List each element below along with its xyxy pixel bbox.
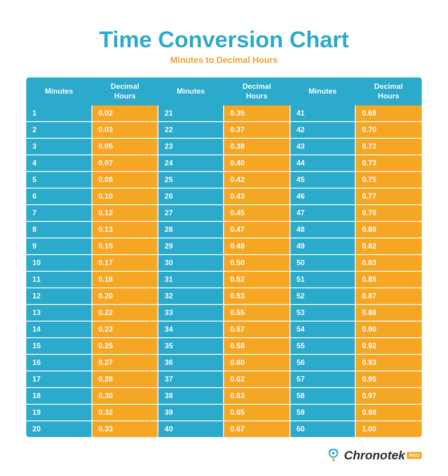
col-header-minutes-3: Minutes xyxy=(290,77,356,105)
decimal-cell: 0.55 xyxy=(224,304,290,321)
table-row: 90.15290.48490.82 xyxy=(26,238,422,255)
table-row: 140.23340.57540.90 xyxy=(26,321,422,338)
minutes-cell: 6 xyxy=(26,188,92,205)
decimal-cell: 0.40 xyxy=(224,155,290,172)
decimal-cell: 0.48 xyxy=(224,238,290,255)
minutes-cell: 60 xyxy=(290,421,356,437)
decimal-cell: 0.42 xyxy=(224,172,290,188)
minutes-cell: 38 xyxy=(158,388,224,404)
minutes-cell: 54 xyxy=(290,321,356,338)
minutes-cell: 48 xyxy=(290,221,356,238)
decimal-cell: 0.88 xyxy=(355,304,422,321)
decimal-cell: 0.97 xyxy=(355,388,422,404)
decimal-cell: 0.07 xyxy=(92,155,158,172)
page-title: Time Conversion Chart xyxy=(99,26,349,52)
logo-area: Chronotek PRO xyxy=(26,448,422,463)
minutes-cell: 27 xyxy=(158,205,224,221)
table-row: 30.05230.38430.72 xyxy=(26,138,422,155)
decimal-cell: 0.18 xyxy=(92,271,158,288)
decimal-cell: 0.12 xyxy=(92,205,158,221)
decimal-cell: 0.53 xyxy=(224,288,290,304)
table-row: 60.10260.43460.77 xyxy=(26,188,422,205)
table-row: 70.12270.45470.78 xyxy=(26,205,422,221)
minutes-cell: 47 xyxy=(290,205,356,221)
table-row: 120.20320.53520.87 xyxy=(26,288,422,304)
decimal-cell: 0.15 xyxy=(92,238,158,255)
decimal-cell: 0.47 xyxy=(224,221,290,238)
decimal-cell: 0.35 xyxy=(224,105,290,122)
table-row: 150.25350.58550.92 xyxy=(26,338,422,354)
decimal-cell: 0.27 xyxy=(92,354,158,371)
minutes-cell: 8 xyxy=(26,221,92,238)
minutes-cell: 45 xyxy=(290,172,356,188)
decimal-cell: 0.02 xyxy=(92,105,158,122)
minutes-cell: 41 xyxy=(290,105,356,122)
table-row: 170.28370.62570.95 xyxy=(26,371,422,388)
minutes-cell: 30 xyxy=(158,255,224,271)
minutes-cell: 9 xyxy=(26,238,92,255)
table-row: 40.07240.40440.73 xyxy=(26,155,422,172)
decimal-cell: 0.03 xyxy=(92,122,158,138)
minutes-cell: 3 xyxy=(26,138,92,155)
table-row: 20.03220.37420.70 xyxy=(26,122,422,138)
minutes-cell: 32 xyxy=(158,288,224,304)
table-row: 130.22330.55530.88 xyxy=(26,304,422,321)
decimal-cell: 0.98 xyxy=(355,404,422,421)
minutes-cell: 49 xyxy=(290,238,356,255)
decimal-cell: 0.82 xyxy=(355,238,422,255)
decimal-cell: 0.25 xyxy=(92,338,158,354)
decimal-cell: 0.32 xyxy=(92,404,158,421)
minutes-cell: 42 xyxy=(290,122,356,138)
decimal-cell: 0.67 xyxy=(224,421,290,437)
page-subtitle: Minutes to Decimal Hours xyxy=(170,55,278,65)
minutes-cell: 16 xyxy=(26,354,92,371)
minutes-cell: 25 xyxy=(158,172,224,188)
minutes-cell: 23 xyxy=(158,138,224,155)
minutes-cell: 17 xyxy=(26,371,92,388)
col-header-minutes-1: Minutes xyxy=(26,77,92,105)
table-row: 10.02210.35410.68 xyxy=(26,105,422,122)
decimal-cell: 0.77 xyxy=(355,188,422,205)
minutes-cell: 14 xyxy=(26,321,92,338)
decimal-cell: 0.60 xyxy=(224,354,290,371)
minutes-cell: 59 xyxy=(290,404,356,421)
decimal-cell: 0.93 xyxy=(355,354,422,371)
minutes-cell: 22 xyxy=(158,122,224,138)
decimal-cell: 0.17 xyxy=(92,255,158,271)
decimal-cell: 0.13 xyxy=(92,221,158,238)
minutes-cell: 1 xyxy=(26,105,92,122)
minutes-cell: 20 xyxy=(26,421,92,437)
decimal-cell: 0.65 xyxy=(224,404,290,421)
decimal-cell: 0.73 xyxy=(355,155,422,172)
minutes-cell: 11 xyxy=(26,271,92,288)
logo-text: Chronotek xyxy=(344,448,405,462)
minutes-cell: 5 xyxy=(26,172,92,188)
decimal-cell: 0.43 xyxy=(224,188,290,205)
minutes-cell: 29 xyxy=(158,238,224,255)
minutes-cell: 53 xyxy=(290,304,356,321)
col-header-decimal-3: DecimalHours xyxy=(355,77,422,105)
decimal-cell: 0.45 xyxy=(224,205,290,221)
minutes-cell: 34 xyxy=(158,321,224,338)
minutes-cell: 10 xyxy=(26,255,92,271)
decimal-cell: 0.72 xyxy=(355,138,422,155)
minutes-cell: 7 xyxy=(26,205,92,221)
minutes-cell: 21 xyxy=(158,105,224,122)
minutes-cell: 36 xyxy=(158,354,224,371)
table-row: 160.27360.60560.93 xyxy=(26,354,422,371)
minutes-cell: 12 xyxy=(26,288,92,304)
decimal-cell: 0.90 xyxy=(355,321,422,338)
decimal-cell: 0.22 xyxy=(92,304,158,321)
decimal-cell: 0.80 xyxy=(355,221,422,238)
table-row: 80.13280.47480.80 xyxy=(26,221,422,238)
minutes-cell: 35 xyxy=(158,338,224,354)
table-row: 190.32390.65590.98 xyxy=(26,404,422,421)
decimal-cell: 0.58 xyxy=(224,338,290,354)
decimal-cell: 0.68 xyxy=(355,105,422,122)
decimal-cell: 0.57 xyxy=(224,321,290,338)
decimal-cell: 0.92 xyxy=(355,338,422,354)
decimal-cell: 1.00 xyxy=(355,421,422,437)
minutes-cell: 28 xyxy=(158,221,224,238)
decimal-cell: 0.83 xyxy=(355,255,422,271)
minutes-cell: 4 xyxy=(26,155,92,172)
